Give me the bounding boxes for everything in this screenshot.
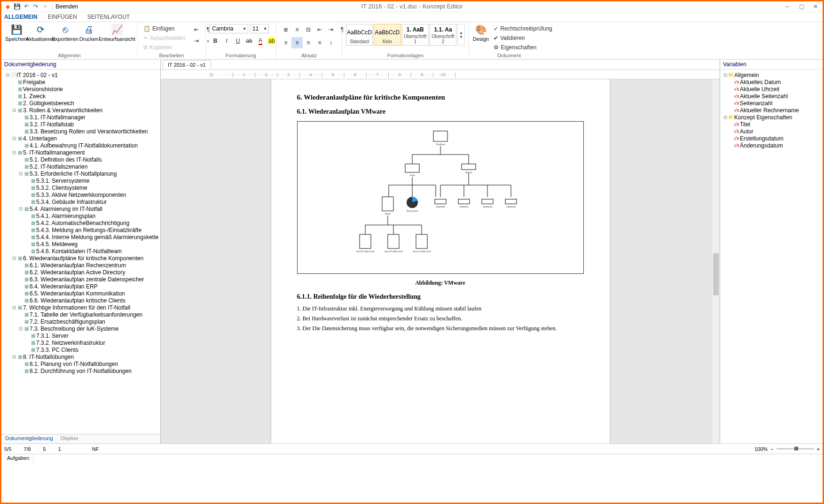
- outline-node[interactable]: ▦3.1. IT-Notfallmanager: [1, 114, 160, 121]
- ribbon-tab-einfuegen[interactable]: EINFÜGEN: [48, 14, 77, 20]
- copy-button[interactable]: ⧉Kopieren: [141, 43, 187, 52]
- outline-node[interactable]: ⊟▦5.3. Erforderliche IT-Notfallplanung: [1, 170, 160, 177]
- zoom-slider[interactable]: [777, 448, 814, 450]
- line-spacing-button[interactable]: ↕: [325, 37, 337, 48]
- outline-node[interactable]: ⊟▦5.4. Alarmierung im IT-Notfall: [1, 205, 160, 212]
- draft-view-button[interactable]: 📈Entwurfsansicht: [101, 24, 133, 42]
- var-item[interactable]: √xAutor: [720, 128, 823, 135]
- save-button[interactable]: 💾Speichern: [5, 24, 29, 42]
- highlight-button[interactable]: ab: [266, 35, 277, 47]
- outline-node[interactable]: ▦5.4.3. Meldung an Rettungs-/Einsatzkräf…: [1, 226, 160, 233]
- outline-node[interactable]: ⊟▦4. Unterlagen: [1, 135, 160, 142]
- outline-node[interactable]: ▦5.4.4. Interne Meldung gemäß Alarmierun…: [1, 233, 160, 240]
- var-item[interactable]: √xAktuelle Seitenzahl: [720, 93, 823, 100]
- outline-node[interactable]: ▦7.2. Ersatzbeschäftigungsplan: [1, 318, 160, 325]
- properties-button[interactable]: ⚙Eigenschaften: [492, 43, 554, 52]
- style-kein[interactable]: AaBbCcDKein: [374, 24, 400, 46]
- outline-node[interactable]: ⊟▦7.3. Beschreibung der IuK-Systeme: [1, 325, 160, 332]
- ribbon-tab-seitenlayout[interactable]: SEITENLAYOUT: [87, 14, 130, 20]
- indent-less-button[interactable]: ⇤: [191, 24, 202, 35]
- font-color-button[interactable]: A: [255, 35, 266, 47]
- outline-node[interactable]: ▦5.4.2. AutomatischeBenachrichtigung: [1, 219, 160, 226]
- tab-objekte[interactable]: Objekte: [57, 434, 82, 443]
- outline-node[interactable]: ▦8.2. Durchführung von IT-Notfallübungen: [1, 367, 160, 374]
- qat-undo[interactable]: ↶: [22, 2, 31, 11]
- zoom-in[interactable]: +: [817, 446, 820, 452]
- outline-node[interactable]: ▦6.4. Wiederanlaufplan ERP: [1, 283, 160, 290]
- qat-save[interactable]: 💾: [13, 2, 21, 11]
- outline-node[interactable]: ▦6.1. Wiederanlaufplan Rechenzentrum: [1, 262, 160, 269]
- outline-node[interactable]: ▦2. Gültigkeitsbereich: [1, 100, 160, 107]
- outline-node[interactable]: ▦6.6. Wiederanlaufplan kritische Clients: [1, 297, 160, 304]
- paper-area[interactable]: 6. Wiederanlaufpläne für kritische Kompo…: [161, 79, 720, 443]
- outline-node[interactable]: ⊟▦3. Rollen & Verantwortlichkeiten: [1, 107, 160, 114]
- var-group[interactable]: ⊟📁Allgemein: [720, 71, 823, 78]
- outline-node[interactable]: ▦5.3.3. Aktive Netzwerkkomponenten: [1, 191, 160, 198]
- tab-dokumentgliederung[interactable]: Dokumentgliederung: [1, 434, 57, 443]
- font-select[interactable]: Cambria▾: [210, 24, 248, 33]
- outline-node[interactable]: ▦5.2. IT-Notfallszenarien: [1, 163, 160, 170]
- outline-node[interactable]: ▦8.1. Planung von IT-Notfallübungen: [1, 360, 160, 367]
- outline-node[interactable]: ⊟▦8. IT-Notfallübungen: [1, 353, 160, 360]
- outline-node[interactable]: ▦7.3.3. PC Clients: [1, 346, 160, 353]
- var-item[interactable]: √xErstellungsdatum: [720, 135, 823, 142]
- export-button[interactable]: ⎋Exportieren: [53, 24, 78, 42]
- outline-node[interactable]: ⊟📄IT 2016 - 02 - v1: [1, 71, 160, 78]
- outline-node[interactable]: ▦5.4.6. Kontaktdaten IT-Notfallteam: [1, 248, 160, 255]
- numbering-button[interactable]: ≡: [291, 24, 303, 35]
- spellcheck-button[interactable]: ✓Rechtschreibprüfung: [492, 24, 554, 33]
- tab-aufgaben[interactable]: Aufgaben: [3, 454, 33, 464]
- outline-node[interactable]: ▦Versionshistorie: [1, 85, 160, 93]
- outline-node[interactable]: ▦1. Zweck: [1, 93, 160, 100]
- outline-node[interactable]: ▦3.2. IT-Notfallstab: [1, 121, 160, 128]
- outline-node[interactable]: ▦5.4.5. Meldeweg: [1, 240, 160, 248]
- align-center-button[interactable]: ≡: [291, 37, 303, 48]
- refresh-button[interactable]: ⟳Aktualisieren: [29, 24, 53, 42]
- outline-node[interactable]: ▦5.3.4. Gebäude Infrastruktur: [1, 198, 160, 205]
- scrollbar-vertical[interactable]: [712, 79, 720, 443]
- bold-button[interactable]: B: [210, 35, 221, 47]
- align-justify-button[interactable]: ≡: [314, 37, 325, 48]
- outline-node[interactable]: ▦3.3. Besetzung Rollen und Verantwortlic…: [1, 128, 160, 135]
- outline-node[interactable]: ▦5.1. Definition des IT-Notfalls: [1, 156, 160, 163]
- ribbon-tab-allgemein[interactable]: ALLGEMEIN: [4, 14, 38, 20]
- italic-button[interactable]: I: [221, 35, 232, 47]
- ruler-toggle[interactable]: ⊡: [210, 72, 213, 77]
- print-button[interactable]: 🖨Drucken: [78, 24, 101, 42]
- maximize-button[interactable]: ▢: [794, 1, 808, 12]
- var-item[interactable]: √xTitel: [720, 121, 823, 128]
- align-left-button[interactable]: ≡: [280, 37, 291, 48]
- bullets-button[interactable]: ≣: [280, 24, 291, 35]
- outline-node[interactable]: ▦7.1. Tabelle der Verfügbarkeitsanforder…: [1, 311, 160, 318]
- var-item[interactable]: √xAktueller Rechnername: [720, 107, 823, 114]
- outline-node[interactable]: ⊟▦5. IT-Notfallmanagement: [1, 149, 160, 156]
- strike-button[interactable]: ab: [243, 35, 255, 47]
- underline-button[interactable]: U: [232, 35, 243, 47]
- outline-node[interactable]: ▦7.3.1. Server: [1, 332, 160, 339]
- qat-redo[interactable]: ↷: [31, 2, 40, 11]
- align-right-button[interactable]: ≡: [303, 37, 314, 48]
- outline-node[interactable]: ▦5.4.1. Alarmierungsplan: [1, 212, 160, 219]
- exit-button[interactable]: Beenden: [55, 3, 78, 10]
- design-button[interactable]: 🎨Design: [473, 24, 489, 42]
- style-überschrift-2[interactable]: 1.1. AaÜberschrift 2: [430, 24, 456, 46]
- var-item[interactable]: √xAktuelles Datum: [720, 78, 823, 85]
- var-group[interactable]: ⊟📁Konzept Eigenschaften: [720, 114, 823, 121]
- outline-node[interactable]: ▦7.3.2. Netzwerkinfrastruktur: [1, 339, 160, 346]
- indent-dec-button[interactable]: ⇤: [314, 24, 325, 35]
- outline-node[interactable]: ▦5.3.1. Serversysteme: [1, 177, 160, 184]
- style-überschrift-1[interactable]: 1. AaBÜberschrift 1: [402, 24, 429, 46]
- outline-node[interactable]: ▦6.2. Wiederanlaufplan Active Directory: [1, 269, 160, 276]
- indent-inc-button[interactable]: ⇥: [325, 24, 337, 35]
- zoom-out[interactable]: −: [770, 446, 773, 452]
- outline-node[interactable]: ▦5.3.2. Clientsysteme: [1, 184, 160, 191]
- close-button[interactable]: ✕: [808, 1, 823, 12]
- outline-node[interactable]: ⊟▦7. Wichtige Informationen für den IT-N…: [1, 304, 160, 311]
- document-tab-active[interactable]: IT 2016 - 02 - v1: [163, 60, 211, 70]
- outline-node[interactable]: ▦Freigabe: [1, 78, 160, 85]
- style-standard[interactable]: AaBbCcDStandard: [346, 24, 373, 46]
- indent-more-button[interactable]: ⇥: [191, 35, 202, 47]
- paste-button[interactable]: 📋Einfügen: [141, 24, 187, 33]
- minimize-button[interactable]: ─: [780, 1, 794, 12]
- var-item[interactable]: √xÄnderungsdatum: [720, 142, 823, 149]
